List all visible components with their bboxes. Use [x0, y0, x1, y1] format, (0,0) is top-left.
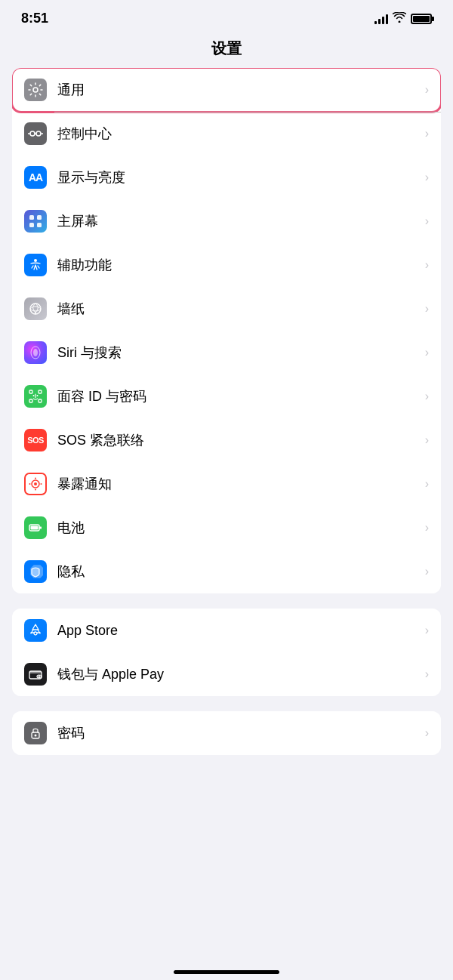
svg-point-30: [34, 632, 37, 635]
siri-label: Siri 与搜索: [57, 344, 419, 362]
svg-point-25: [29, 483, 31, 485]
accessibility-label: 辅助功能: [57, 256, 419, 274]
svg-point-23: [35, 478, 36, 479]
face-id-chevron: ›: [425, 390, 429, 403]
siri-chevron: ›: [425, 346, 429, 359]
settings-item-battery[interactable]: 电池 ›: [12, 506, 441, 550]
svg-rect-8: [29, 223, 34, 227]
battery-status-icon: [411, 14, 432, 24]
svg-rect-17: [39, 399, 42, 402]
settings-item-control-center[interactable]: 控制中心 ›: [12, 112, 441, 156]
battery-chevron: ›: [425, 521, 429, 535]
general-chevron: ›: [425, 83, 429, 97]
home-screen-icon: [24, 210, 47, 233]
accessibility-chevron: ›: [425, 258, 429, 272]
battery-label: 电池: [57, 519, 419, 537]
exposure-chevron: ›: [425, 477, 429, 491]
status-bar: 8:51: [0, 0, 453, 32]
settings-item-passwords[interactable]: 密码 ›: [12, 711, 441, 755]
svg-point-36: [35, 735, 37, 737]
settings-item-display[interactable]: AA 显示与亮度 ›: [12, 156, 441, 199]
svg-rect-7: [37, 215, 42, 220]
passwords-chevron: ›: [425, 726, 429, 740]
settings-item-wallpaper[interactable]: 墙纸 ›: [12, 287, 441, 331]
general-icon: [24, 79, 47, 101]
status-time: 8:51: [21, 11, 48, 26]
accessibility-icon: [24, 254, 47, 276]
svg-rect-28: [39, 527, 42, 529]
display-chevron: ›: [425, 171, 429, 184]
passwords-label: 密码: [57, 724, 419, 742]
svg-rect-16: [29, 399, 32, 402]
face-id-icon: [24, 385, 47, 408]
home-screen-label: 主屏幕: [57, 212, 419, 230]
status-icons: [374, 12, 432, 25]
settings-item-app-store[interactable]: App Store ›: [12, 609, 441, 652]
home-indicator: [174, 970, 279, 974]
settings-item-wallet[interactable]: 钱包与 Apple Pay ›: [12, 652, 441, 696]
settings-item-exposure[interactable]: 暴露通知 ›: [12, 462, 441, 506]
wallpaper-icon: [24, 297, 47, 320]
app-store-chevron: ›: [425, 624, 429, 637]
app-store-label: App Store: [57, 623, 419, 639]
svg-point-26: [41, 483, 42, 485]
privacy-chevron: ›: [425, 565, 429, 578]
display-label: 显示与亮度: [57, 168, 419, 186]
settings-item-face-id[interactable]: 面容 ID 与密码 ›: [12, 374, 441, 418]
svg-point-1: [30, 131, 35, 136]
svg-rect-29: [31, 526, 39, 530]
sos-label: SOS 紧急联络: [57, 431, 419, 449]
signal-icon: [374, 14, 388, 24]
exposure-icon: [24, 473, 47, 495]
wallpaper-label: 墙纸: [57, 300, 419, 318]
home-screen-chevron: ›: [425, 214, 429, 228]
siri-icon: [24, 341, 47, 364]
svg-point-18: [33, 395, 35, 396]
svg-point-2: [36, 131, 41, 136]
svg-point-24: [35, 489, 36, 491]
settings-item-siri[interactable]: Siri 与搜索 ›: [12, 331, 441, 374]
wallet-icon: [24, 663, 47, 686]
battery-icon-item: [24, 516, 47, 539]
page-title: 设置: [0, 32, 453, 68]
sos-chevron: ›: [425, 433, 429, 447]
settings-group-1: 通用 › 控制中心 › AA 显示与亮度 ›: [12, 68, 441, 593]
svg-point-13: [33, 349, 38, 356]
face-id-label: 面容 ID 与密码: [57, 387, 419, 405]
settings-item-privacy[interactable]: 隐私 ›: [12, 550, 441, 593]
svg-point-0: [33, 88, 38, 92]
svg-point-19: [37, 395, 39, 396]
settings-item-general[interactable]: 通用 ›: [12, 68, 441, 112]
svg-rect-15: [39, 390, 42, 393]
settings-item-sos[interactable]: SOS SOS 紧急联络 ›: [12, 418, 441, 462]
svg-rect-32: [29, 671, 42, 673]
svg-rect-14: [29, 390, 32, 393]
control-center-icon: [24, 122, 47, 145]
exposure-label: 暴露通知: [57, 475, 419, 493]
svg-point-10: [34, 259, 37, 262]
wallet-chevron: ›: [425, 667, 429, 681]
control-center-label: 控制中心: [57, 125, 419, 143]
control-center-chevron: ›: [425, 127, 429, 140]
svg-rect-6: [29, 215, 34, 220]
wallet-label: 钱包与 Apple Pay: [57, 665, 419, 683]
svg-point-22: [34, 482, 37, 485]
privacy-icon: [24, 560, 47, 583]
privacy-label: 隐私: [57, 562, 419, 581]
wifi-icon: [393, 12, 406, 25]
passwords-icon: [24, 722, 47, 744]
settings-group-3: 密码 ›: [12, 711, 441, 755]
app-store-icon: [24, 619, 47, 642]
settings-group-2: App Store › 钱包与 Apple Pay ›: [12, 609, 441, 696]
general-label: 通用: [57, 81, 419, 99]
settings-item-accessibility[interactable]: 辅助功能 ›: [12, 243, 441, 287]
settings-item-home-screen[interactable]: 主屏幕 ›: [12, 199, 441, 243]
display-icon: AA: [24, 166, 47, 189]
svg-rect-9: [37, 223, 42, 227]
wallpaper-chevron: ›: [425, 302, 429, 316]
sos-icon: SOS: [24, 429, 47, 451]
